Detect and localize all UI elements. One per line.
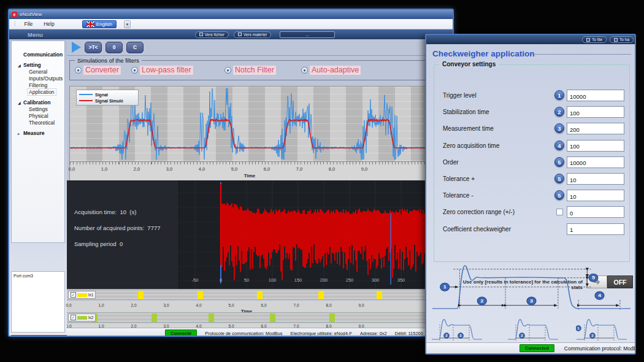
toolbar-button-0[interactable]: 0 <box>105 42 123 53</box>
track-color-swatch <box>77 293 87 297</box>
save-icon <box>586 38 590 42</box>
to-file-button[interactable]: Vers fichier <box>195 31 229 38</box>
dialog-status-bar: Connected Communication protocol: ModBus <box>426 342 635 353</box>
event-marker[interactable] <box>257 291 263 299</box>
window-title: eNodView <box>20 12 42 17</box>
filter-dropdown-auto-adaptive[interactable]: ▼Auto-adaptive <box>301 66 361 75</box>
checkweigher-dialog: To file To ha Checkweigher application C… <box>425 34 636 355</box>
toolbar-button-c[interactable]: C <box>126 42 144 53</box>
field-input[interactable] <box>567 123 624 134</box>
axis-tick-label: 7,0 <box>293 166 305 172</box>
sampling-period-line: Sampling period 0 <box>74 241 123 247</box>
field-label: Trigger level <box>443 92 477 99</box>
dialog-protocol-text: Communication protocol: ModBus <box>564 345 636 352</box>
chart-legend: SignalSignal Simulé <box>76 90 139 106</box>
track-label: lx2 <box>88 315 93 320</box>
filter-dropdown-low-pass-filter[interactable]: ▼Low-pass filter <box>131 66 193 75</box>
track-lx1[interactable]: ✓lx1 <box>67 290 454 300</box>
sidebar-section-calibration[interactable]: ◢Calibration <box>18 99 64 106</box>
axis-tick-label: 4,0 <box>196 166 208 172</box>
sidebar-item-general[interactable]: General <box>28 69 48 75</box>
field-input[interactable] <box>567 156 624 168</box>
track-checkbox[interactable]: ✓ <box>71 315 76 320</box>
field-row-order: Order5 <box>434 156 629 170</box>
field-input[interactable] <box>567 106 624 118</box>
event-marker[interactable] <box>270 314 275 322</box>
event-marker[interactable] <box>151 314 157 322</box>
title-bar[interactable]: e eNodView <box>9 10 453 19</box>
menu-file[interactable]: File <box>23 20 35 28</box>
mini-diagram-2: 2 <box>507 316 559 343</box>
language-dropdown-arrow[interactable]: ▼ <box>124 20 131 28</box>
save-icon <box>199 33 203 36</box>
sidebar-section-label: Setting <box>23 62 41 68</box>
status-items: Protocole de communication: ModBusElectr… <box>197 331 423 336</box>
axis-tick-label: 0,0 <box>66 166 78 172</box>
field-input[interactable] <box>567 223 624 235</box>
field-input[interactable] <box>567 140 624 152</box>
menu-help[interactable]: Help <box>42 20 56 28</box>
sidebar-menu-header: Menu <box>28 31 43 38</box>
header-strip: Menu Vers fichier Vers matériel ... <box>9 29 453 39</box>
toolbar-button--t-[interactable]: >T< <box>85 42 102 53</box>
sidebar-section-communication[interactable]: Communication <box>18 52 64 58</box>
time-axis-upper: 0,01,02,03,04,05,06,07,08,09,0Time <box>69 162 450 180</box>
event-marker[interactable] <box>209 314 214 322</box>
expanded-arrow-icon[interactable]: ◢ <box>18 63 22 67</box>
chevron-down-icon[interactable]: ▼ <box>224 67 231 74</box>
event-marker[interactable] <box>377 291 382 299</box>
field-input[interactable] <box>567 173 624 185</box>
acquired-signal-chart[interactable]: -50050100150200250300350 <box>179 180 454 289</box>
sidebar-section-setting[interactable]: ◢Setting <box>18 62 64 68</box>
sidebar-item-physical[interactable]: Physical <box>28 113 50 119</box>
chevron-down-icon[interactable]: ▼ <box>301 67 308 74</box>
port-panel[interactable]: Port com3 <box>11 271 65 333</box>
dialog-to-file-button[interactable]: To file <box>582 36 607 43</box>
language-button[interactable]: English <box>82 20 117 28</box>
chevron-down-icon[interactable]: ▼ <box>75 67 82 74</box>
track-lx2[interactable]: ✓lx2 <box>67 312 454 323</box>
app-icon: e <box>12 12 17 17</box>
field-row-zero-correction-range-: Zero correction range (+/-) <box>434 206 629 220</box>
field-row-zero-acquisition-time: Zero acquisition time4 <box>434 140 629 153</box>
field-row-stabilization-time: Stabilization time2 <box>434 106 629 120</box>
track-legend: ✓lx2 <box>68 314 96 322</box>
axis-title: Time <box>237 173 262 179</box>
ellipsis-field[interactable]: ... <box>280 31 335 38</box>
filter-dropdown-notch-filter[interactable]: ▼Notch Filter <box>224 66 276 75</box>
signal-chart[interactable]: SignalSignal Simulé <box>69 86 450 162</box>
to-file-label: Vers fichier <box>205 33 224 37</box>
chevron-down-icon[interactable]: ▼ <box>131 67 138 74</box>
status-bar: Connecté Protocole de communication: Mod… <box>67 328 454 337</box>
dialog-to-hardware-button[interactable]: To ha <box>610 36 634 43</box>
field-input[interactable] <box>567 206 624 218</box>
field-input[interactable] <box>567 90 624 101</box>
sidebar-item-settings[interactable]: Settings <box>28 106 49 112</box>
event-marker[interactable] <box>197 291 203 299</box>
event-marker[interactable] <box>329 314 335 322</box>
sidebar-item-inputs-outputs[interactable]: Inputs/Outputs <box>28 75 64 82</box>
time-axis-track2: 0,01,02,03,04,05,06,07,08,09,0 <box>67 323 454 328</box>
dialog-to-hardware-label: To ha <box>619 37 629 42</box>
collapsed-arrow-icon[interactable]: ▹ <box>18 131 22 136</box>
sidebar-item-application[interactable]: Application <box>28 89 56 95</box>
event-marker[interactable] <box>318 291 324 299</box>
track-checkbox[interactable]: ✓ <box>71 292 76 298</box>
field-checkbox[interactable] <box>556 209 563 215</box>
field-input[interactable] <box>567 190 624 201</box>
sidebar-item-theoretical[interactable]: Theoretical <box>28 120 56 126</box>
axis-tick-label: 2,0 <box>128 303 140 307</box>
legend-label: Signal Simulé <box>95 99 123 103</box>
filter-dropdown-converter[interactable]: ▼Converter <box>75 66 121 75</box>
svg-text:2: 2 <box>480 298 483 304</box>
to-hardware-button[interactable]: Vers matériel <box>234 31 271 38</box>
field-row-measurement-time: Measurement time3 <box>434 123 629 136</box>
sidebar-item-filtering[interactable]: Filtering <box>28 82 48 88</box>
connection-status-badge: Connecté <box>165 329 197 337</box>
play-button[interactable] <box>72 42 81 53</box>
dialog-title: Checkweigher application <box>432 49 535 58</box>
sidebar-section-measure[interactable]: ▹Measure <box>18 130 64 136</box>
expanded-arrow-icon[interactable]: ◢ <box>18 101 22 105</box>
acquired-points-line: Number of acquired points: 7777 <box>74 225 160 231</box>
event-marker[interactable] <box>138 291 144 299</box>
